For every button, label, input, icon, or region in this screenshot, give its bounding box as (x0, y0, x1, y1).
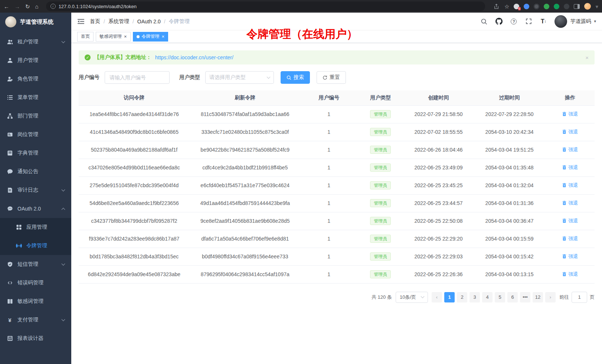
page-button-12[interactable]: 12 (533, 292, 543, 302)
sidebar-item-tenant[interactable]: 租户管理 (0, 33, 71, 51)
force-logout-button[interactable]: 强退 (562, 200, 578, 206)
force-logout-button[interactable]: 强退 (562, 129, 578, 135)
sidebar-item-dept[interactable]: 部门管理 (0, 107, 71, 125)
document-icon (7, 187, 13, 193)
sidebar-item-user[interactable]: 用户管理 (0, 51, 71, 70)
side-panel-icon[interactable] (574, 4, 580, 9)
alert-doc-link[interactable]: https://doc.iocoder.cn/user-center/ (155, 54, 233, 60)
filter-bar: 用户编号 用户类型 请选择用户类型 搜索 重置 (79, 71, 595, 84)
tab-home[interactable]: 首页 (77, 32, 94, 42)
expires-at-cell: 2022-07-29 22:28:50 (473, 105, 546, 123)
github-icon[interactable] (495, 18, 503, 25)
page-size-select[interactable]: 10条/页 (396, 292, 428, 303)
goto-page-input[interactable] (572, 292, 587, 303)
force-logout-button[interactable]: 强退 (562, 111, 578, 118)
page-button-4[interactable]: 4 (482, 292, 493, 302)
user-id-input[interactable] (105, 71, 170, 84)
sidebar-item-oauth-app[interactable]: 应用管理 (0, 218, 71, 236)
force-logout-button[interactable]: 强退 (562, 182, 578, 189)
trash-icon (562, 147, 567, 152)
actions-cell: 强退 (546, 212, 595, 230)
reset-button[interactable]: 重置 (317, 71, 346, 84)
extension-icon[interactable] (524, 4, 529, 9)
tab-sensitive-word[interactable]: 敏感词管理 × (96, 32, 131, 42)
font-size-icon[interactable]: T↕ (540, 18, 547, 25)
expires-at-cell: 2054-03-04 00:15:59 (473, 230, 546, 248)
force-logout-button[interactable]: 强退 (562, 146, 578, 153)
tab-token[interactable]: 令牌管理 × (133, 32, 169, 42)
chevron-down-icon (62, 262, 65, 266)
page-button-3[interactable]: 3 (470, 292, 480, 302)
help-icon[interactable]: ? (510, 18, 517, 25)
sidebar-item-oauth[interactable]: OAuth 2.0 (0, 199, 71, 218)
user-type-badge: 管理员 (370, 199, 391, 207)
sidebar-item-pay[interactable]: ¥ 支付管理 (0, 311, 71, 329)
extension-icon[interactable] (534, 4, 539, 9)
next-page-button[interactable]: › (545, 292, 556, 302)
close-icon[interactable]: × (124, 34, 127, 39)
force-logout-button[interactable]: 强退 (562, 271, 578, 278)
user-type-badge: 管理员 (370, 146, 391, 154)
url-bar[interactable]: i 127.0.0.1:1024/system/oauth2/token (46, 1, 485, 11)
force-logout-button[interactable]: 强退 (562, 218, 578, 224)
sidebar-item-menu[interactable]: 菜单管理 (0, 88, 71, 107)
refresh-token-cell: 49d1aa46d1454fbd87591444423be9fa (190, 194, 301, 212)
actions-cell: 强退 (546, 248, 595, 265)
sidebar-item-label: 菜单管理 (17, 94, 65, 101)
sidebar-item-sensitive-word[interactable]: 敏感词管理 (0, 292, 71, 311)
sidebar-item-notice[interactable]: 通知公告 (0, 162, 71, 181)
home-icon[interactable]: ⌂ (35, 4, 39, 9)
page-button-1[interactable]: 1 (444, 292, 455, 302)
sidebar-item-post[interactable]: 岗位管理 (0, 125, 71, 144)
chevron-down-icon (62, 40, 65, 43)
forward-icon[interactable]: → (14, 4, 20, 9)
close-icon[interactable]: × (585, 54, 589, 61)
close-icon[interactable]: × (162, 34, 165, 39)
fullscreen-icon[interactable] (525, 18, 532, 25)
page-button-5[interactable]: 5 (495, 292, 505, 302)
page-button-6[interactable]: 6 (507, 292, 518, 302)
browser-menu-caret-icon[interactable]: ▾ (595, 4, 598, 9)
user-type-select[interactable]: 请选择用户类型 (205, 71, 274, 84)
breadcrumb-home[interactable]: 首页 (90, 18, 100, 25)
page-button-2[interactable]: 2 (457, 292, 467, 302)
hamburger-icon[interactable] (77, 18, 85, 25)
sidebar-item-oauth-token[interactable]: 令牌管理 (0, 236, 71, 255)
search-icon[interactable] (480, 18, 488, 25)
breadcrumb-oauth[interactable]: OAuth 2.0 (137, 19, 161, 24)
force-logout-button[interactable]: 强退 (562, 164, 578, 171)
sidebar-item-label: 租户管理 (17, 39, 58, 45)
sidebar-item-error-code[interactable]: 错误码管理 (0, 274, 71, 292)
sidebar-item-dict[interactable]: 字典管理 (0, 144, 71, 162)
search-button[interactable]: 搜索 (281, 71, 310, 84)
back-icon[interactable]: ← (4, 4, 9, 9)
user-type-cell: 管理员 (357, 194, 404, 212)
trash-icon (562, 112, 567, 116)
breadcrumb-system[interactable]: 系统管理 (108, 18, 129, 25)
user-menu[interactable]: 芋道源码 ▾ (554, 15, 596, 28)
extension-icon[interactable] (544, 4, 549, 9)
sidebar-item-sms[interactable]: 短信管理 (0, 255, 71, 274)
select-placeholder: 请选择用户类型 (209, 74, 267, 81)
created-at-cell: 2022-06-25 23:45:25 (404, 176, 474, 194)
sidebar-item-role[interactable]: 角色管理 (0, 70, 71, 88)
share-icon[interactable] (493, 3, 500, 10)
sidebar-item-audit-log[interactable]: 审计日志 (0, 181, 71, 199)
force-logout-button[interactable]: 强退 (562, 235, 578, 242)
app-logo[interactable]: 芋道管理系统 (0, 13, 71, 31)
force-logout-button[interactable]: 强退 (562, 253, 578, 260)
extension-icon[interactable] (554, 4, 559, 9)
extension-icon[interactable]: 0 (514, 4, 519, 9)
prev-page-button[interactable]: ‹ (432, 292, 442, 302)
extension-icon[interactable] (564, 4, 569, 9)
actions-cell: 强退 (546, 176, 595, 194)
expires-at-cell: 2054-03-10 20:42:34 (473, 123, 546, 141)
info-icon[interactable]: i (50, 4, 56, 9)
refresh-icon[interactable]: ↻ (25, 4, 30, 9)
sidebar-item-report-designer[interactable]: 报表设计器 (0, 329, 71, 348)
expires-at-cell: 2054-03-04 00:15:42 (473, 248, 546, 265)
app-window: 芋道管理系统 租户管理 用户管理 角色管理 菜单管理 部 (0, 13, 602, 364)
browser-profile-avatar[interactable] (584, 3, 591, 10)
bookmark-star-icon[interactable]: ☆ (504, 4, 509, 9)
more-pages-button[interactable]: ••• (520, 292, 530, 302)
